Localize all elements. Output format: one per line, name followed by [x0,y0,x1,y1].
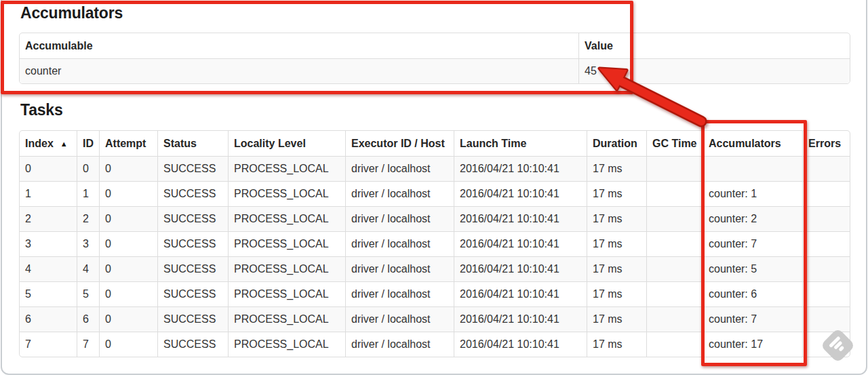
cell: 2016/04/21 10:10:41 [454,206,587,231]
column-header-locality-level[interactable]: Locality Level [228,131,345,156]
column-header-label: Errors [808,138,841,149]
column-header-value[interactable]: Value [578,33,850,58]
cell: PROCESS_LOCAL [228,206,345,231]
column-header-accumulators[interactable]: Accumulators [703,131,802,156]
cell [802,306,850,332]
watermark-stripe [838,346,844,352]
column-header-label: Attempt [105,138,146,149]
cell: counter: 17 [703,332,802,357]
column-header-label: Accumulable [25,40,93,52]
cell [646,181,703,206]
table-row: counter45 [20,58,850,83]
accumulators-table: AccumulableValue counter45 [19,33,850,84]
cell [646,332,703,357]
cell: 2 [77,206,99,231]
cell: counter: 1 [703,181,802,206]
cell: SUCCESS [157,156,228,181]
cell: 1 [20,181,77,206]
cell [802,231,850,256]
cell: counter: 5 [703,256,802,281]
cell: 17 ms [587,156,646,181]
cell: 17 ms [587,332,646,357]
cell: SUCCESS [157,231,228,256]
column-header-executor-id-host[interactable]: Executor ID / Host [345,131,454,156]
header-row: Index▲IDAttemptStatusLocality LevelExecu… [20,131,850,156]
cell: 6 [77,306,99,332]
header-row: AccumulableValue [20,33,850,58]
cell: counter: 6 [703,281,802,306]
cell: SUCCESS [157,256,228,281]
column-header-label: Launch Time [460,138,526,149]
tasks-section-heading: Tasks [20,101,63,119]
cell: PROCESS_LOCAL [228,332,345,357]
column-header-gc-time[interactable]: GC Time [646,131,703,156]
cell: 2016/04/21 10:10:41 [454,332,587,357]
cell [703,156,802,181]
cell: driver / localhost [345,206,454,231]
cell: PROCESS_LOCAL [228,281,345,306]
cell: driver / localhost [345,306,454,332]
table-row: 000SUCCESSPROCESS_LOCALdriver / localhos… [20,156,850,181]
cell: 7 [77,332,99,357]
cell: 6 [20,306,77,332]
cell: PROCESS_LOCAL [228,306,345,332]
cell: counter: 7 [703,231,802,256]
cell: SUCCESS [157,306,228,332]
table-row: 770SUCCESSPROCESS_LOCALdriver / localhos… [20,332,850,357]
column-header-id[interactable]: ID [77,131,99,156]
column-header-status[interactable]: Status [157,131,228,156]
cell: 0 [99,256,157,281]
table-row: 220SUCCESSPROCESS_LOCALdriver / localhos… [20,206,850,231]
cell: driver / localhost [345,156,454,181]
column-header-launch-time[interactable]: Launch Time [454,131,587,156]
cell: driver / localhost [345,332,454,357]
cell: 4 [77,256,99,281]
column-header-duration[interactable]: Duration [587,131,646,156]
cell [646,206,703,231]
cell: 2016/04/21 10:10:41 [454,231,587,256]
cell [646,231,703,256]
cell [646,256,703,281]
column-header-label: Locality Level [234,138,306,149]
column-header-errors[interactable]: Errors [802,131,850,156]
table-row: 330SUCCESSPROCESS_LOCALdriver / localhos… [20,231,850,256]
cell: 17 ms [587,206,646,231]
column-header-label: Index [25,138,54,149]
cell [802,281,850,306]
cell: SUCCESS [157,206,228,231]
cell: 2016/04/21 10:10:41 [454,256,587,281]
cell: 0 [99,181,157,206]
column-header-label: Value [585,40,613,52]
cell: SUCCESS [157,281,228,306]
cell: driver / localhost [345,231,454,256]
cell [802,256,850,281]
sort-ascending-icon: ▲ [60,140,68,148]
cell: 17 ms [587,281,646,306]
tasks-table: Index▲IDAttemptStatusLocality LevelExecu… [19,130,850,357]
accumulators-section-heading: Accumulators [20,4,123,22]
cell: 0 [77,156,99,181]
cell: 3 [77,231,99,256]
cell: SUCCESS [157,181,228,206]
cell: 1 [77,181,99,206]
column-header-label: ID [83,138,94,149]
column-header-accumulable[interactable]: Accumulable [20,33,578,58]
table-row: 660SUCCESSPROCESS_LOCALdriver / localhos… [20,306,850,332]
cell: 0 [99,206,157,231]
cell: counter [20,58,578,83]
table-row: 440SUCCESSPROCESS_LOCALdriver / localhos… [20,256,850,281]
cell: PROCESS_LOCAL [228,231,345,256]
cell: driver / localhost [345,181,454,206]
cell: counter: 7 [703,306,802,332]
column-header-index[interactable]: Index▲ [20,131,77,156]
cell: PROCESS_LOCAL [228,156,345,181]
cell: 0 [20,156,77,181]
spark-stage-details-page: Accumulators AccumulableValue counter45 … [0,0,868,377]
cell: PROCESS_LOCAL [228,181,345,206]
cell [802,156,850,181]
column-header-attempt[interactable]: Attempt [99,131,157,156]
cell [646,306,703,332]
column-header-label: Duration [593,138,637,149]
cell: 17 ms [587,231,646,256]
table-row: 550SUCCESSPROCESS_LOCALdriver / localhos… [20,281,850,306]
